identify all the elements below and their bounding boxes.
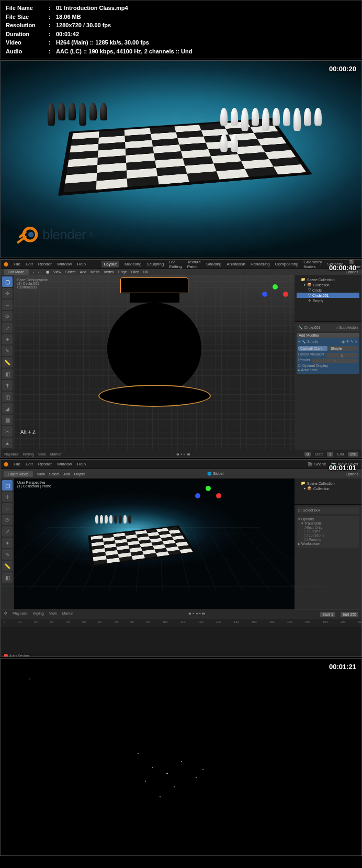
menu-edit[interactable]: Edit bbox=[26, 462, 33, 466]
menu-help[interactable]: Help bbox=[77, 262, 85, 266]
axis-z[interactable] bbox=[262, 292, 267, 297]
outliner-item[interactable]: ✛ Empty bbox=[297, 298, 359, 303]
start-frame[interactable]: Start 1 bbox=[320, 612, 335, 617]
header-select[interactable]: Select bbox=[49, 472, 59, 476]
workspace-layout[interactable]: Layout bbox=[101, 261, 119, 268]
tool-extrude[interactable]: ⬆ bbox=[2, 380, 13, 391]
menu-window[interactable]: Window bbox=[57, 462, 72, 466]
tool-cursor[interactable]: ✛ bbox=[2, 288, 13, 298]
header-view[interactable]: View bbox=[37, 472, 45, 476]
outliner[interactable]: 📁 Scene Collection ▸ 📦 Collection bbox=[295, 478, 361, 505]
axis-z[interactable] bbox=[195, 493, 200, 498]
render-levels-input[interactable]: 1 bbox=[312, 359, 358, 363]
subdiv-type[interactable]: Catmull-Clark bbox=[298, 346, 327, 351]
select-mode-edge[interactable]: ▭ bbox=[38, 270, 42, 274]
timeline-playback[interactable]: Playback bbox=[13, 611, 27, 618]
outliner-collection[interactable]: ▸ 📦 Collection bbox=[297, 486, 359, 491]
select-box-tool[interactable]: ▢ Select Box bbox=[297, 507, 359, 514]
timeline[interactable]: ⏱ Playback Keying View Marker ⏮ ◀ ● ▶ ⏭ … bbox=[1, 609, 361, 656]
menu-render[interactable]: Render bbox=[38, 462, 52, 466]
workspace-compositing[interactable]: Compositing bbox=[275, 262, 298, 266]
header-face[interactable]: Face bbox=[131, 270, 139, 274]
menu-render[interactable]: Render bbox=[38, 262, 52, 266]
options-header[interactable]: ▾ Options bbox=[298, 517, 358, 521]
optimal-display-checkbox[interactable]: ☑ Optimal Display bbox=[298, 364, 358, 368]
end-frame[interactable]: 250 bbox=[348, 452, 358, 457]
axis-x[interactable] bbox=[216, 493, 221, 498]
timeline-marker[interactable]: Marker bbox=[50, 452, 62, 456]
current-frame[interactable]: 0 bbox=[304, 452, 311, 457]
tool-move[interactable]: ↔ bbox=[2, 503, 13, 514]
header-vertex[interactable]: Vertex bbox=[104, 270, 114, 274]
tool-select[interactable]: ▢ bbox=[2, 276, 13, 287]
tool-polybuild[interactable]: ▲ bbox=[2, 438, 13, 448]
timeline-ruler[interactable]: 0102030405060708090100110120130140150160… bbox=[1, 619, 361, 627]
playback-controls[interactable]: ⏮ ◀ ● ▶ ⏭ bbox=[188, 611, 206, 618]
viewport-3d[interactable]: User Perspective (1) Collection | Plane bbox=[14, 478, 295, 609]
tool-scale[interactable]: ⤢ bbox=[2, 322, 13, 333]
tool-inset[interactable]: ◫ bbox=[2, 392, 13, 402]
object-name-field[interactable]: 🔧 Circle.001 ○ Subdivision bbox=[297, 324, 359, 331]
header-object[interactable]: Object bbox=[74, 472, 85, 476]
tool-rotate[interactable]: ⟳ bbox=[2, 515, 13, 525]
axis-y[interactable] bbox=[273, 284, 278, 290]
workspace-texturepaint[interactable]: Texture Paint bbox=[187, 260, 201, 269]
tool-loopcut[interactable]: ▦ bbox=[2, 415, 13, 425]
timeline-marker[interactable]: Marker bbox=[62, 611, 74, 618]
workspace-section[interactable]: ▸ Workspace bbox=[298, 542, 358, 546]
orientation[interactable]: 🌐 Global bbox=[207, 472, 223, 476]
menu-help[interactable]: Help bbox=[77, 462, 85, 466]
tool-select[interactable]: ▢ bbox=[2, 480, 13, 491]
advanced-section[interactable]: ▸ Advanced bbox=[298, 368, 358, 372]
workspace-animation[interactable]: Animation bbox=[227, 262, 245, 266]
tool-cursor[interactable]: ✛ bbox=[2, 492, 13, 502]
header-add[interactable]: Add bbox=[80, 270, 86, 274]
timeline-view[interactable]: View bbox=[49, 611, 57, 618]
workspace-modeling[interactable]: Modeling bbox=[125, 262, 141, 266]
tool-transform[interactable]: ✦ bbox=[2, 538, 13, 548]
header-add[interactable]: Add bbox=[63, 472, 70, 476]
tool-rotate[interactable]: ⟳ bbox=[2, 311, 13, 321]
tool-annotate[interactable]: ✎ bbox=[2, 549, 13, 560]
viewport-3d[interactable]: Face Orthographic (1) Circle.001 Centime… bbox=[14, 275, 295, 450]
origins-checkbox[interactable]: ☐ Origins bbox=[304, 529, 358, 533]
outliner-scene[interactable]: 📁 Scene Collection bbox=[297, 277, 359, 282]
menu-file[interactable]: File bbox=[14, 262, 20, 266]
navigation-gizmo[interactable] bbox=[195, 483, 221, 509]
start-frame[interactable]: 1 bbox=[327, 452, 333, 457]
workspace-sculpting[interactable]: Sculpting bbox=[146, 262, 164, 266]
timeline-keying[interactable]: Keying bbox=[22, 452, 33, 456]
modifier-header[interactable]: ▾ 🔧 Subdiv ◉ 👁 ✎ ✕ bbox=[298, 340, 358, 344]
tool-addcube[interactable]: ◧ bbox=[2, 369, 13, 379]
end-frame[interactable]: End 250 bbox=[341, 612, 358, 617]
header-uv[interactable]: UV bbox=[143, 270, 149, 274]
locations-checkbox[interactable]: ☐ Locations bbox=[304, 533, 358, 538]
timeline-keying[interactable]: Keying bbox=[32, 611, 43, 618]
header-select[interactable]: Select bbox=[65, 270, 75, 274]
outliner-item-selected[interactable]: ▽ Circle.001 bbox=[297, 293, 359, 298]
dopesheet-area[interactable] bbox=[1, 627, 361, 653]
parents-checkbox[interactable]: ☐ Parents bbox=[304, 538, 358, 542]
workspace-uvediting[interactable]: UV Editing bbox=[169, 260, 182, 269]
outliner[interactable]: 📁 Scene Collection ▸ 📦 Collection ▽ Circ… bbox=[295, 275, 361, 322]
timeline[interactable]: Playback Keying View Marker ⏮ ◀ ▶ ⏭ 0 St… bbox=[1, 450, 361, 458]
menu-edit[interactable]: Edit bbox=[26, 262, 33, 266]
transform-header[interactable]: ▾ Transform bbox=[301, 521, 358, 526]
subdiv-simple[interactable]: Simple bbox=[329, 346, 358, 351]
tool-bevel[interactable]: ◢ bbox=[2, 403, 13, 414]
navigation-gizmo[interactable] bbox=[262, 281, 288, 307]
tool-move[interactable]: ↔ bbox=[2, 299, 13, 310]
tool-measure[interactable]: 📏 bbox=[2, 357, 13, 368]
mode-dropdown[interactable]: Object Mode bbox=[4, 471, 33, 477]
timeline-view[interactable]: View bbox=[38, 452, 46, 456]
workspace-rendering[interactable]: Rendering bbox=[251, 262, 270, 266]
axis-x[interactable] bbox=[283, 292, 288, 297]
levels-viewport-input[interactable]: 1 bbox=[326, 353, 358, 358]
axis-y[interactable] bbox=[206, 486, 211, 491]
workspace-shading[interactable]: Shading bbox=[206, 262, 221, 266]
tool-knife[interactable]: ✂ bbox=[2, 426, 13, 437]
tool-scale[interactable]: ⤢ bbox=[2, 526, 13, 537]
workspace-geonodes[interactable]: Geometry Nodes bbox=[303, 260, 322, 269]
header-options[interactable]: Options bbox=[346, 472, 358, 476]
header-view[interactable]: View bbox=[53, 270, 61, 274]
